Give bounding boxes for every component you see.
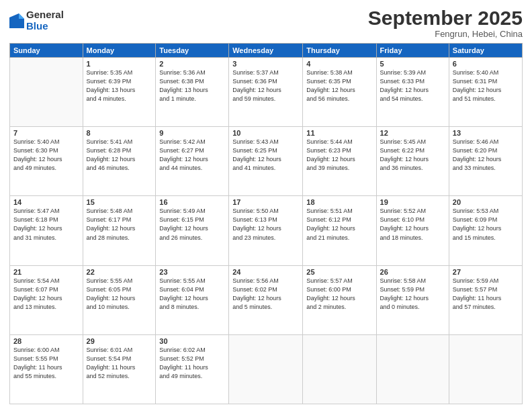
day-cell: 20Sunrise: 5:53 AM Sunset: 6:09 PM Dayli… <box>449 196 522 265</box>
day-number: 22 <box>87 268 152 276</box>
day-number: 11 <box>306 129 372 137</box>
week-row-1: 7Sunrise: 5:40 AM Sunset: 6:30 PM Daylig… <box>10 127 523 196</box>
week-row-4: 28Sunrise: 6:00 AM Sunset: 5:55 PM Dayli… <box>10 334 523 404</box>
day-info: Sunrise: 6:02 AM Sunset: 5:52 PM Dayligh… <box>159 346 225 381</box>
day-info: Sunrise: 5:56 AM Sunset: 6:02 PM Dayligh… <box>232 277 299 312</box>
day-cell <box>303 334 376 404</box>
day-cell: 26Sunrise: 5:58 AM Sunset: 5:59 PM Dayli… <box>376 265 449 334</box>
day-info: Sunrise: 5:50 AM Sunset: 6:13 PM Dayligh… <box>232 207 299 242</box>
day-cell: 17Sunrise: 5:50 AM Sunset: 6:13 PM Dayli… <box>229 196 303 265</box>
day-number: 16 <box>159 198 225 206</box>
day-cell <box>376 334 449 404</box>
day-number: 23 <box>159 268 225 276</box>
day-info: Sunrise: 5:39 AM Sunset: 6:33 PM Dayligh… <box>380 68 445 103</box>
day-cell: 12Sunrise: 5:45 AM Sunset: 6:22 PM Dayli… <box>376 127 449 196</box>
day-number: 3 <box>232 60 299 68</box>
day-info: Sunrise: 5:58 AM Sunset: 5:59 PM Dayligh… <box>380 277 445 312</box>
day-number: 29 <box>87 337 152 345</box>
day-cell: 3Sunrise: 5:37 AM Sunset: 6:36 PM Daylig… <box>229 58 303 127</box>
day-info: Sunrise: 5:43 AM Sunset: 6:25 PM Dayligh… <box>232 138 299 173</box>
day-info: Sunrise: 5:57 AM Sunset: 6:00 PM Dayligh… <box>306 277 372 312</box>
day-cell: 27Sunrise: 5:59 AM Sunset: 5:57 PM Dayli… <box>449 265 522 334</box>
day-number: 14 <box>13 198 79 206</box>
day-cell: 6Sunrise: 5:40 AM Sunset: 6:31 PM Daylig… <box>449 58 522 127</box>
day-cell: 11Sunrise: 5:44 AM Sunset: 6:23 PM Dayli… <box>303 127 376 196</box>
day-number: 15 <box>87 198 152 206</box>
day-info: Sunrise: 5:35 AM Sunset: 6:39 PM Dayligh… <box>87 68 152 103</box>
day-cell: 2Sunrise: 5:36 AM Sunset: 6:38 PM Daylig… <box>156 58 229 127</box>
day-cell: 21Sunrise: 5:54 AM Sunset: 6:07 PM Dayli… <box>10 265 83 334</box>
header-row: SundayMondayTuesdayWednesdayThursdayFrid… <box>10 44 523 58</box>
day-number: 26 <box>380 268 445 276</box>
day-number: 2 <box>159 60 225 68</box>
day-info: Sunrise: 5:38 AM Sunset: 6:35 PM Dayligh… <box>306 68 372 103</box>
week-row-3: 21Sunrise: 5:54 AM Sunset: 6:07 PM Dayli… <box>10 265 523 334</box>
day-cell: 5Sunrise: 5:39 AM Sunset: 6:33 PM Daylig… <box>376 58 449 127</box>
title-block: September 2025 Fengrun, Hebei, China <box>368 7 523 39</box>
day-info: Sunrise: 5:41 AM Sunset: 6:28 PM Dayligh… <box>87 138 152 173</box>
day-cell: 9Sunrise: 5:42 AM Sunset: 6:27 PM Daylig… <box>156 127 229 196</box>
day-info: Sunrise: 5:49 AM Sunset: 6:15 PM Dayligh… <box>159 207 225 242</box>
day-number: 5 <box>380 60 445 68</box>
day-info: Sunrise: 5:53 AM Sunset: 6:09 PM Dayligh… <box>453 207 519 242</box>
day-number: 25 <box>306 268 372 276</box>
logo-icon <box>9 13 24 28</box>
day-number: 12 <box>380 129 445 137</box>
header-cell-sunday: Sunday <box>10 44 83 58</box>
day-info: Sunrise: 5:42 AM Sunset: 6:27 PM Dayligh… <box>159 138 225 173</box>
day-cell: 29Sunrise: 6:01 AM Sunset: 5:54 PM Dayli… <box>83 334 156 404</box>
svg-marker-1 <box>19 13 24 19</box>
day-cell: 7Sunrise: 5:40 AM Sunset: 6:30 PM Daylig… <box>10 127 83 196</box>
day-info: Sunrise: 5:59 AM Sunset: 5:57 PM Dayligh… <box>453 277 519 312</box>
day-number: 4 <box>306 60 372 68</box>
day-cell: 10Sunrise: 5:43 AM Sunset: 6:25 PM Dayli… <box>229 127 303 196</box>
day-info: Sunrise: 5:45 AM Sunset: 6:22 PM Dayligh… <box>380 138 445 173</box>
day-number: 10 <box>232 129 299 137</box>
logo-general: General <box>26 9 64 21</box>
header-cell-wednesday: Wednesday <box>229 44 303 58</box>
day-number: 28 <box>13 337 79 345</box>
day-number: 30 <box>159 337 225 345</box>
day-info: Sunrise: 5:40 AM Sunset: 6:31 PM Dayligh… <box>453 68 519 103</box>
day-info: Sunrise: 5:47 AM Sunset: 6:18 PM Dayligh… <box>13 207 79 242</box>
day-number: 27 <box>453 268 519 276</box>
day-cell: 8Sunrise: 5:41 AM Sunset: 6:28 PM Daylig… <box>83 127 156 196</box>
logo: General Blue <box>9 9 64 32</box>
day-number: 1 <box>87 60 152 68</box>
day-cell: 30Sunrise: 6:02 AM Sunset: 5:52 PM Dayli… <box>156 334 229 404</box>
day-number: 13 <box>453 129 519 137</box>
day-cell: 4Sunrise: 5:38 AM Sunset: 6:35 PM Daylig… <box>303 58 376 127</box>
day-cell <box>449 334 522 404</box>
day-cell <box>10 58 83 127</box>
day-info: Sunrise: 5:54 AM Sunset: 6:07 PM Dayligh… <box>13 277 79 312</box>
calendar-table: SundayMondayTuesdayWednesdayThursdayFrid… <box>9 43 523 404</box>
day-cell: 18Sunrise: 5:51 AM Sunset: 6:12 PM Dayli… <box>303 196 376 265</box>
day-cell: 1Sunrise: 5:35 AM Sunset: 6:39 PM Daylig… <box>83 58 156 127</box>
day-cell: 25Sunrise: 5:57 AM Sunset: 6:00 PM Dayli… <box>303 265 376 334</box>
logo-text: General Blue <box>26 9 64 32</box>
header: General Blue September 2025 Fengrun, Heb… <box>9 7 523 39</box>
day-info: Sunrise: 5:40 AM Sunset: 6:30 PM Dayligh… <box>13 138 79 173</box>
day-info: Sunrise: 5:36 AM Sunset: 6:38 PM Dayligh… <box>159 68 225 103</box>
day-number: 20 <box>453 198 519 206</box>
header-cell-monday: Monday <box>83 44 156 58</box>
header-cell-friday: Friday <box>376 44 449 58</box>
day-info: Sunrise: 5:46 AM Sunset: 6:20 PM Dayligh… <box>453 138 519 173</box>
day-info: Sunrise: 5:55 AM Sunset: 6:04 PM Dayligh… <box>159 277 225 312</box>
svg-marker-0 <box>9 13 24 28</box>
header-cell-tuesday: Tuesday <box>156 44 229 58</box>
page: General Blue September 2025 Fengrun, Heb… <box>0 0 532 411</box>
day-cell: 23Sunrise: 5:55 AM Sunset: 6:04 PM Dayli… <box>156 265 229 334</box>
day-info: Sunrise: 5:51 AM Sunset: 6:12 PM Dayligh… <box>306 207 372 242</box>
day-number: 6 <box>453 60 519 68</box>
logo-blue: Blue <box>26 21 64 32</box>
month-title: September 2025 <box>368 7 523 29</box>
day-info: Sunrise: 5:37 AM Sunset: 6:36 PM Dayligh… <box>232 68 299 103</box>
day-info: Sunrise: 5:52 AM Sunset: 6:10 PM Dayligh… <box>380 207 445 242</box>
day-number: 21 <box>13 268 79 276</box>
day-number: 9 <box>159 129 225 137</box>
header-cell-thursday: Thursday <box>303 44 376 58</box>
day-info: Sunrise: 5:55 AM Sunset: 6:05 PM Dayligh… <box>87 277 152 312</box>
day-number: 19 <box>380 198 445 206</box>
day-cell: 15Sunrise: 5:48 AM Sunset: 6:17 PM Dayli… <box>83 196 156 265</box>
